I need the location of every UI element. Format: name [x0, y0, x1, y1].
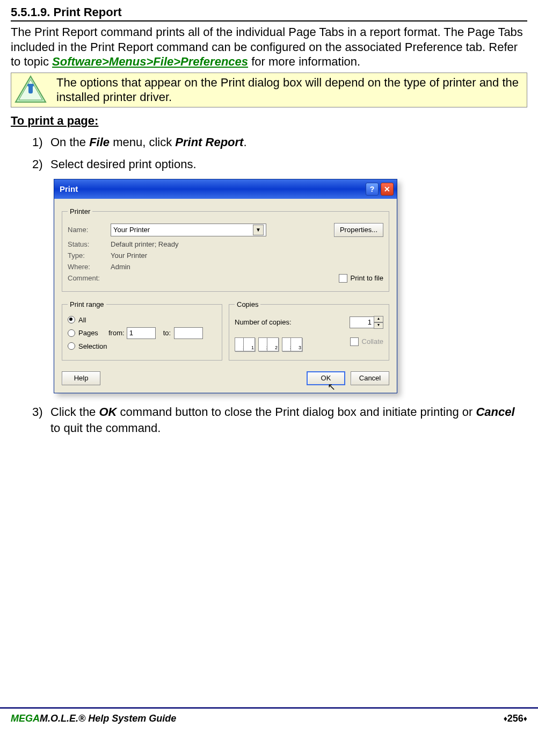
range-all-radio[interactable] — [68, 316, 75, 323]
preferences-link[interactable]: Software>Menus>File>Preferences — [52, 55, 248, 68]
range-selection-label: Selection — [78, 342, 107, 350]
note-text: The options that appear on the Print dia… — [56, 75, 524, 105]
footer-brand-prefix: MEGA — [11, 713, 40, 724]
type-value: Your Printer — [111, 251, 147, 260]
close-icon[interactable]: ✕ — [381, 183, 394, 196]
help-icon[interactable]: ? — [366, 183, 379, 196]
status-label: Status: — [68, 240, 111, 248]
status-value: Default printer; Ready — [111, 240, 178, 248]
range-to-label: to: — [163, 329, 171, 337]
steps-list: 1) On the File menu, click Print Report.… — [11, 134, 527, 172]
print-dialog: Print ? ✕ Printer Name: Your Printer ▼ P… — [54, 179, 397, 393]
page-footer: MEGAM.O.L.E.® Help System Guide ♦256♦ — [0, 707, 538, 731]
printer-name-select[interactable]: Your Printer ▼ — [111, 224, 266, 236]
range-selection-radio[interactable] — [68, 342, 75, 350]
s3e: to quit the command. — [50, 421, 161, 435]
s3b: OK — [99, 405, 117, 419]
collate-icons: 11 22 33 — [235, 337, 302, 351]
printer-name-value: Your Printer — [113, 226, 150, 234]
titlebar[interactable]: Print ? ✕ — [54, 179, 397, 199]
step-num: 3) — [32, 404, 43, 420]
copies-input[interactable] — [350, 316, 374, 328]
range-all-label: All — [78, 316, 86, 324]
copies-label: Number of copies: — [235, 318, 350, 326]
svg-rect-3 — [27, 84, 34, 87]
chevron-down-icon[interactable]: ▼ — [253, 225, 264, 235]
spin-up-icon[interactable]: ▲ — [374, 316, 383, 322]
comment-label: Comment: — [68, 274, 111, 282]
range-to-input[interactable] — [174, 327, 203, 339]
collate-checkbox — [350, 337, 359, 346]
s1b: File — [89, 135, 110, 149]
range-legend: Print range — [68, 300, 106, 308]
section-title: 5.5.1.9. Print Report — [11, 5, 527, 19]
name-label: Name: — [68, 226, 111, 234]
note-box: The options that appear on the Print dia… — [11, 73, 527, 107]
s1c: menu, click — [110, 135, 175, 149]
s3d: Cancel — [476, 405, 514, 419]
s3a: Click the — [50, 405, 99, 419]
s1d: Print Report — [175, 135, 243, 149]
footer-page-number: 256 — [507, 713, 524, 724]
spin-down-icon[interactable]: ▼ — [374, 322, 383, 329]
s1e: . — [243, 135, 246, 149]
step-num: 1) — [32, 134, 43, 150]
print-to-file-checkbox[interactable] — [339, 274, 347, 283]
copies-legend: Copies — [235, 300, 260, 308]
copies-spinner[interactable]: ▲▼ — [350, 316, 383, 329]
properties-button[interactable]: Properties... — [334, 223, 383, 237]
printer-group: Printer Name: Your Printer ▼ Properties.… — [62, 207, 389, 292]
intro-p2: for more information. — [248, 55, 360, 68]
printer-legend: Printer — [68, 207, 92, 215]
footer-page: ♦256♦ — [504, 713, 527, 724]
step-num: 2) — [32, 156, 43, 172]
type-label: Type: — [68, 251, 111, 260]
range-pages-radio[interactable] — [68, 329, 75, 337]
step-3: 3) Click the OK command button to close … — [32, 404, 527, 436]
warning-icon — [14, 75, 47, 104]
range-from-label: from: — [108, 329, 125, 337]
cancel-button[interactable]: Cancel — [351, 371, 389, 385]
page-icon: 3 — [290, 337, 302, 351]
step-2: 2) Select desired print options. — [32, 156, 527, 172]
range-from-input[interactable] — [127, 327, 156, 339]
rule — [11, 20, 527, 21]
range-pages-label: Pages — [78, 329, 108, 337]
where-value: Admin — [111, 263, 130, 271]
page-icon: 1 — [243, 337, 255, 351]
footer-brand-rest: M.O.L.E.® Help System Guide — [40, 713, 176, 724]
ok-button[interactable]: OK — [307, 371, 345, 385]
print-to-file-label: Print to file — [351, 274, 383, 282]
help-button[interactable]: Help — [62, 371, 100, 385]
s3c: command button to close the Print dialog… — [117, 405, 476, 419]
to-print-heading: To print a page: — [11, 114, 527, 128]
s1a: On the — [50, 135, 89, 149]
steps-list-cont: 3) Click the OK command button to close … — [11, 404, 527, 436]
page-icon: 2 — [267, 337, 279, 351]
intro-paragraph: The Print Report command prints all of t… — [11, 25, 527, 69]
print-range-group: Print range All Pages from: to: Selectio… — [62, 300, 222, 361]
collate-label: Collate — [362, 337, 383, 345]
dialog-title: Print — [60, 184, 363, 193]
where-label: Where: — [68, 263, 111, 271]
s2: Select desired print options. — [50, 157, 197, 171]
copies-group: Copies Number of copies: ▲▼ 11 22 — [229, 300, 389, 361]
step-1: 1) On the File menu, click Print Report. — [32, 134, 527, 150]
